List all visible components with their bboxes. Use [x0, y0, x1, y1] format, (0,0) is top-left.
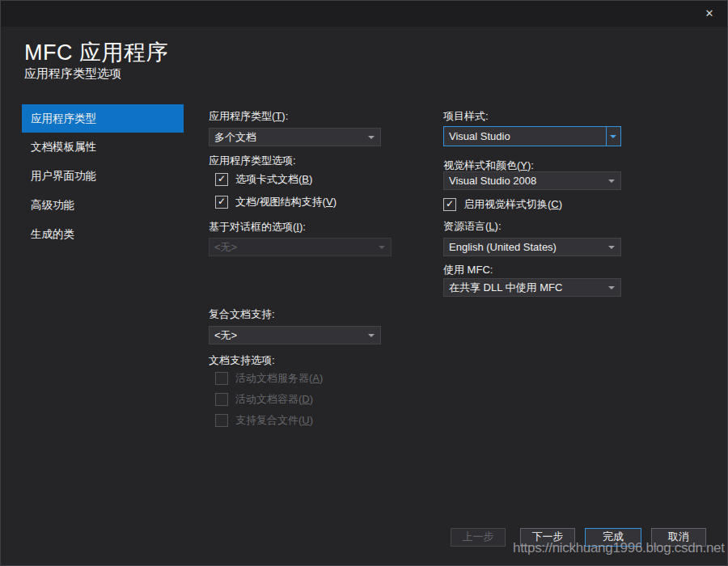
use-mfc-dropdown[interactable]: 在共享 DLL 中使用 MFC	[443, 278, 621, 297]
dialog-based-options-label: 基于对话框的选项(I):	[209, 220, 306, 234]
doc-support-options-label: 文档支持选项:	[209, 353, 275, 368]
sidebar-item-application-type[interactable]: 应用程序类型	[22, 104, 184, 133]
use-mfc-label: 使用 MFC:	[443, 263, 493, 277]
app-type-options-label: 应用程序类型选项:	[209, 154, 296, 168]
active-doc-server-label: 活动文档服务器(A)	[235, 371, 323, 386]
compound-doc-support-label: 复合文档支持:	[209, 307, 275, 322]
checkbox-check-icon: ✓	[215, 196, 228, 209]
wizard-steps-sidebar: 应用程序类型 文档模板属性 用户界面功能 高级功能 生成的类	[22, 104, 184, 249]
chevron-down-icon	[610, 135, 616, 138]
checkbox-check-icon: ✓	[443, 198, 456, 211]
doc-view-support-label: 文档/视图结构支持(V)	[235, 195, 336, 209]
chevron-down-icon	[368, 334, 375, 337]
resource-language-label: 资源语言(L):	[443, 219, 502, 234]
sidebar-item-document-template[interactable]: 文档模板属性	[22, 133, 184, 162]
checkbox-check-icon: ✓	[215, 173, 228, 186]
app-type-value: 多个文档	[214, 130, 256, 145]
finish-button[interactable]: 完成	[585, 528, 641, 547]
tabbed-documents-label: 选项卡式文档(B)	[235, 172, 312, 187]
enable-visual-style-switch-checkbox[interactable]: ✓ 启用视觉样式切换(C)	[443, 197, 562, 212]
checkbox-check-icon	[215, 393, 228, 406]
close-icon[interactable]: ✕	[702, 6, 717, 21]
chevron-down-icon	[608, 246, 615, 249]
sidebar-item-generated-classes[interactable]: 生成的类	[22, 220, 184, 249]
project-style-value: Visual Studio	[449, 130, 510, 142]
cancel-button[interactable]: 取消	[651, 528, 706, 547]
resource-language-value: English (United States)	[449, 241, 557, 253]
use-mfc-value: 在共享 DLL 中使用 MFC	[449, 281, 562, 295]
project-style-dropdown[interactable]: Visual Studio	[443, 126, 621, 146]
enable-visual-style-switch-label: 启用视觉样式切换(C)	[463, 197, 562, 212]
title-bar	[0, 0, 728, 27]
chevron-down-icon	[368, 136, 375, 139]
app-type-label: 应用程序类型(T):	[209, 109, 288, 124]
compound-file-support-checkbox: 支持复合文件(U)	[215, 413, 313, 428]
dialog-based-options-dropdown: <无>	[209, 238, 392, 256]
checkbox-check-icon	[215, 372, 228, 385]
wizard-title: MFC 应用程序	[24, 38, 168, 67]
app-type-dropdown[interactable]: 多个文档	[209, 128, 381, 146]
project-style-label: 项目样式:	[443, 109, 489, 124]
chevron-down-icon	[608, 286, 615, 289]
compound-file-support-label: 支持复合文件(U)	[235, 413, 313, 428]
visual-style-dropdown[interactable]: Visual Studio 2008	[443, 171, 621, 190]
chevron-down-icon	[608, 180, 615, 183]
sidebar-item-ui-features[interactable]: 用户界面功能	[22, 162, 184, 191]
visual-style-value: Visual Studio 2008	[449, 175, 536, 187]
checkbox-check-icon	[215, 414, 228, 427]
chevron-down-icon	[379, 246, 385, 249]
compound-doc-support-value: <无>	[214, 328, 237, 343]
next-button[interactable]: 下一步	[520, 528, 575, 547]
back-button: 上一步	[451, 528, 506, 547]
compound-doc-support-dropdown[interactable]: <无>	[209, 326, 381, 344]
active-doc-container-label: 活动文档容器(D)	[235, 392, 313, 407]
wizard-subtitle: 应用程序类型选项	[24, 66, 121, 82]
active-doc-server-checkbox: 活动文档服务器(A)	[215, 371, 323, 386]
active-doc-container-checkbox: 活动文档容器(D)	[215, 392, 313, 407]
sidebar-item-advanced-features[interactable]: 高级功能	[22, 191, 184, 220]
doc-view-support-checkbox[interactable]: ✓ 文档/视图结构支持(V)	[215, 195, 336, 209]
dialog-based-options-value: <无>	[214, 240, 237, 255]
resource-language-dropdown[interactable]: English (United States)	[443, 238, 621, 256]
tabbed-documents-checkbox[interactable]: ✓ 选项卡式文档(B)	[215, 172, 312, 187]
